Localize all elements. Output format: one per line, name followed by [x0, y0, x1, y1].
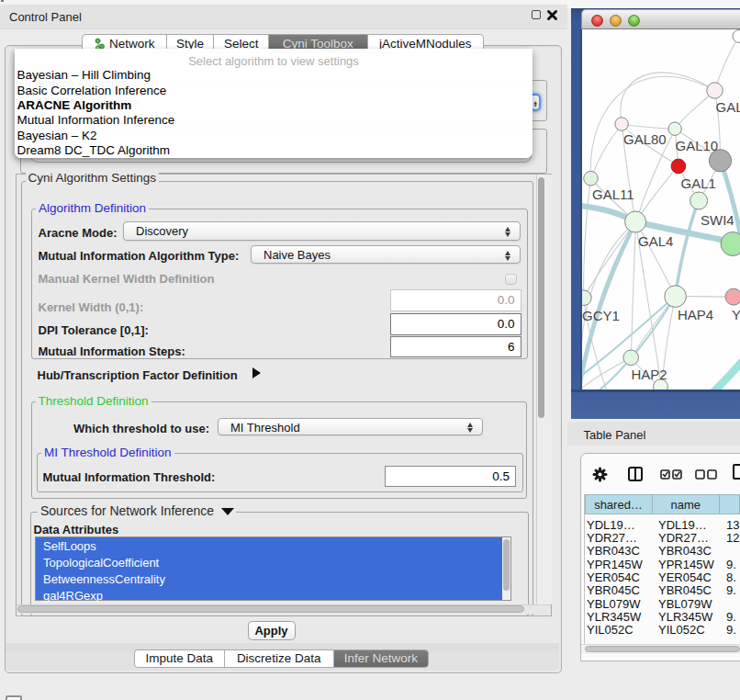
- svg-text:GCY1: GCY1: [582, 307, 620, 322]
- svg-text:GAL10: GAL10: [675, 138, 718, 153]
- svg-text:SWI4: SWI4: [701, 211, 734, 227]
- svg-text:GAL1: GAL1: [680, 175, 715, 191]
- svg-text:YD: YD: [732, 306, 740, 322]
- svg-text:HAP2: HAP2: [631, 366, 667, 381]
- svg-text:GAL11: GAL11: [592, 186, 634, 202]
- svg-text:HAP4: HAP4: [678, 306, 713, 322]
- svg-text:GAL4: GAL4: [638, 232, 673, 248]
- svg-text:GAL7: GAL7: [715, 98, 740, 114]
- svg-text:GAL80: GAL80: [623, 131, 667, 147]
